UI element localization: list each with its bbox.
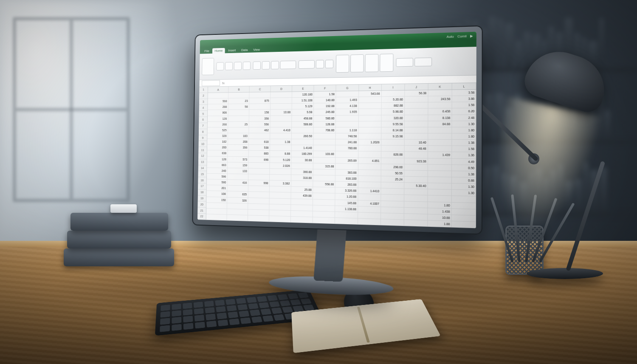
cell[interactable] [404, 170, 428, 176]
cell[interactable]: 882.88 [381, 103, 405, 109]
underline-button[interactable] [234, 62, 242, 70]
cell[interactable] [292, 127, 314, 133]
column-header[interactable]: E [292, 85, 314, 92]
cell[interactable]: 3.382 [270, 181, 291, 186]
cell[interactable] [452, 221, 476, 228]
cell[interactable] [381, 182, 404, 188]
cell[interactable]: 328 [207, 133, 228, 139]
cell[interactable]: 243.58 [428, 96, 452, 102]
cell[interactable] [404, 195, 428, 201]
cell[interactable] [336, 121, 358, 127]
cell[interactable] [271, 104, 292, 109]
cell[interactable]: 4.851 [358, 158, 381, 164]
cell[interactable]: 538 [249, 145, 270, 150]
column-header[interactable]: D [271, 86, 293, 92]
align-left-button[interactable] [253, 61, 261, 70]
cell[interactable] [291, 205, 313, 211]
row-header[interactable]: 9 [199, 135, 207, 141]
cell[interactable]: 1.80 [452, 133, 476, 139]
cell[interactable]: 326 [227, 197, 248, 203]
cell[interactable]: 240 [207, 168, 228, 173]
column-header[interactable]: G [336, 85, 359, 91]
cell[interactable]: 508.80 [292, 121, 314, 127]
cell[interactable] [405, 96, 428, 102]
cell[interactable]: 182 [207, 139, 228, 144]
ribbon-tab[interactable]: Insert [226, 48, 238, 53]
cell[interactable] [248, 215, 269, 221]
cell[interactable] [405, 109, 428, 115]
cell[interactable] [270, 175, 291, 181]
cell[interactable]: 103.80 [313, 151, 335, 157]
cell[interactable]: 2.48 [452, 115, 476, 121]
cell[interactable]: 1.439 [428, 152, 452, 158]
cell[interactable]: 923.38 [404, 158, 428, 164]
cell[interactable] [248, 203, 269, 209]
cell[interactable]: 1.30 [452, 121, 476, 127]
align-right-button[interactable] [271, 61, 279, 69]
cell[interactable] [313, 199, 335, 205]
cell[interactable]: 5.20.80 [381, 96, 405, 102]
ribbon-tab[interactable]: File [202, 48, 211, 54]
cell[interactable]: 183 [228, 133, 249, 139]
cell[interactable]: 265.89 [335, 158, 358, 164]
cell[interactable] [314, 139, 336, 145]
cell[interactable] [359, 103, 382, 109]
row-header[interactable]: 15 [198, 171, 206, 178]
cell[interactable]: 1.58 [452, 102, 476, 108]
cell[interactable]: 6.438 [428, 109, 452, 115]
cell[interactable] [358, 164, 381, 169]
cell[interactable]: 133 [228, 168, 249, 174]
cell[interactable]: 568 [208, 99, 228, 104]
cell[interactable]: 9.55.58 [381, 121, 405, 127]
cell[interactable]: 10.88 [271, 110, 292, 115]
cell[interactable] [358, 115, 381, 121]
cell[interactable]: 906 [208, 110, 228, 116]
row-header[interactable]: 17 [198, 183, 206, 190]
cell[interactable] [292, 139, 314, 145]
cell[interactable] [313, 205, 335, 212]
row-header[interactable]: 19 [198, 195, 206, 202]
cell[interactable] [336, 115, 358, 121]
cell[interactable]: 356 [228, 145, 249, 150]
row-header[interactable]: 1 [199, 87, 208, 93]
cell[interactable]: 25.88 [291, 187, 313, 193]
cell[interactable] [358, 146, 381, 152]
cell[interactable] [358, 194, 381, 200]
cell[interactable]: 1.138.88 [335, 206, 358, 212]
number-format-button[interactable] [299, 60, 315, 69]
cell[interactable]: 708.80 [314, 127, 336, 133]
cell[interactable]: 748.58 [336, 133, 358, 139]
bold-button[interactable] [216, 62, 224, 71]
cell[interactable] [428, 133, 452, 139]
cell[interactable]: 596 [207, 174, 228, 179]
cell[interactable] [270, 169, 291, 175]
cell[interactable]: 318.88 [291, 175, 313, 181]
cell[interactable] [404, 133, 428, 139]
cell[interactable] [428, 164, 452, 170]
cell[interactable] [270, 198, 291, 204]
cell[interactable] [271, 116, 292, 121]
cell[interactable] [291, 181, 313, 187]
row-header[interactable]: 3 [199, 99, 208, 105]
cell[interactable] [270, 192, 291, 198]
cell[interactable] [270, 186, 291, 192]
cell[interactable]: 383.88 [335, 169, 358, 175]
cell[interactable] [405, 102, 428, 108]
row-header[interactable]: 14 [198, 165, 207, 171]
cell[interactable] [428, 140, 452, 146]
cell[interactable]: 298.60 [381, 164, 404, 170]
row-header[interactable]: 10 [198, 141, 207, 147]
column-header[interactable]: H [359, 85, 382, 91]
cell[interactable] [227, 186, 248, 192]
find-button[interactable] [414, 57, 432, 66]
cell[interactable]: 525 [207, 127, 228, 133]
cell[interactable] [249, 104, 271, 110]
cell[interactable] [428, 195, 451, 202]
cell[interactable]: 2.026 [270, 163, 292, 169]
cell[interactable]: 128 [208, 116, 228, 121]
cell[interactable] [404, 201, 428, 208]
cell[interactable] [358, 218, 381, 225]
cell[interactable] [271, 92, 292, 97]
cell[interactable]: 0.88 [452, 177, 476, 183]
cell[interactable] [404, 220, 428, 226]
